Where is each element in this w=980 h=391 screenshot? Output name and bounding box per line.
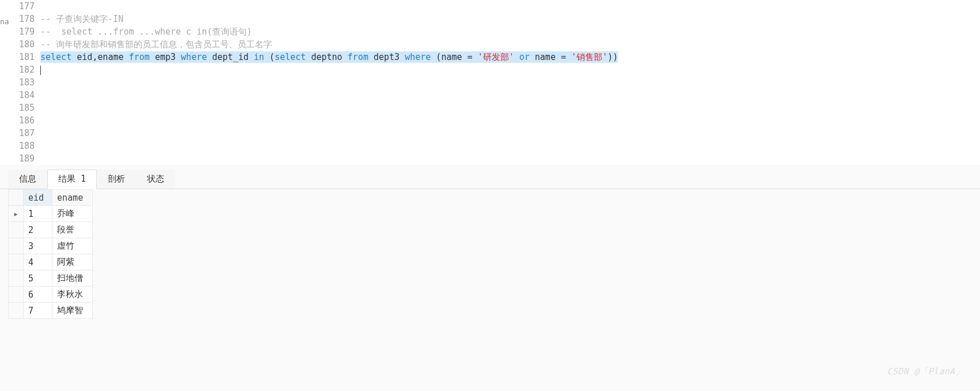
table-row[interactable]: 5扫地僧 <box>9 270 93 287</box>
cell-ename[interactable]: 李秋水 <box>52 287 93 303</box>
code-line-177 <box>40 0 980 13</box>
code-line-179: -- select ...from ...where c in(查询语句) <box>40 25 980 38</box>
result-tabs: 信息 结果 1 剖析 状态 <box>0 170 980 189</box>
cell-ename[interactable]: 段誉 <box>52 222 93 238</box>
sql-editor[interactable]: 177 178 179 180 181 182 183 184 185 186 … <box>0 0 980 165</box>
cell-ename[interactable]: 虚竹 <box>52 238 93 254</box>
tab-result-1[interactable]: 结果 1 <box>47 170 97 189</box>
row-marker <box>9 238 24 254</box>
side-hint: na <box>0 17 9 26</box>
column-header-eid[interactable]: eid <box>24 190 52 206</box>
column-header-ename[interactable]: ename <box>52 190 93 206</box>
table-row[interactable]: 3虚竹 <box>9 238 93 254</box>
cell-eid[interactable]: 1 <box>24 206 52 222</box>
row-marker <box>9 287 24 303</box>
row-marker <box>9 254 24 270</box>
cell-eid[interactable]: 6 <box>24 287 52 303</box>
code-area[interactable]: -- 子查询关键字-IN -- select ...from ...where … <box>40 0 980 165</box>
cell-ename[interactable]: 阿紫 <box>52 254 93 270</box>
text-cursor <box>40 66 41 75</box>
tab-info[interactable]: 信息 <box>8 170 47 189</box>
row-marker <box>9 303 24 319</box>
row-marker: ▸ <box>9 206 24 222</box>
cell-ename[interactable]: 乔峰 <box>52 206 93 222</box>
code-line-180: -- 询年研发部和销售部的员工信息，包含员工号、员工名字 <box>40 38 980 51</box>
cell-eid[interactable]: 7 <box>24 303 52 319</box>
cell-eid[interactable]: 3 <box>24 238 52 254</box>
tab-status[interactable]: 状态 <box>136 170 175 189</box>
row-marker <box>9 270 24 287</box>
result-grid[interactable]: eid ename ▸1乔峰2段誉3虚竹4阿紫5扫地僧6李秋水7鸠摩智 <box>8 189 93 319</box>
row-marker-header <box>9 190 24 206</box>
table-row[interactable]: 2段誉 <box>9 222 93 238</box>
cell-eid[interactable]: 2 <box>24 222 52 238</box>
code-line-178: -- 子查询关键字-IN <box>40 13 980 25</box>
code-line-181: select eid,ename from emp3 where dept_id… <box>40 51 980 63</box>
cell-eid[interactable]: 5 <box>24 270 52 287</box>
code-line-182 <box>40 63 980 76</box>
cell-ename[interactable]: 扫地僧 <box>52 270 93 287</box>
cell-ename[interactable]: 鸠摩智 <box>52 303 93 319</box>
table-row[interactable]: 7鸠摩智 <box>9 303 93 319</box>
row-marker <box>9 222 24 238</box>
tab-profile[interactable]: 剖析 <box>97 170 136 189</box>
table-row[interactable]: 6李秋水 <box>9 287 93 303</box>
table-row[interactable]: ▸1乔峰 <box>9 206 93 222</box>
cell-eid[interactable]: 4 <box>24 254 52 270</box>
table-row[interactable]: 4阿紫 <box>9 254 93 270</box>
